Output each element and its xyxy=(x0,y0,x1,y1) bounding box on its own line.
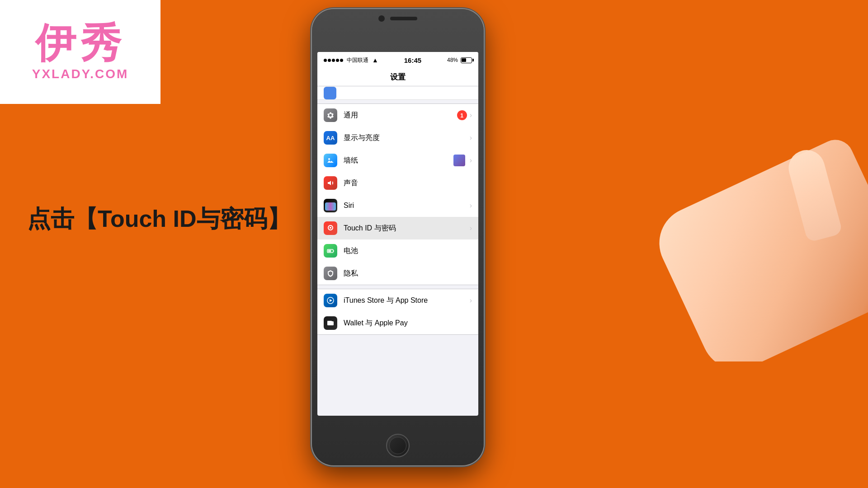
general-chevron: › xyxy=(470,111,472,119)
partial-item[interactable] xyxy=(317,86,478,100)
phone-speaker xyxy=(390,17,417,20)
status-time: 16:45 xyxy=(404,56,421,64)
settings-item-wallet[interactable]: Wallet 与 Apple Pay xyxy=(317,312,478,334)
battery-settings-icon xyxy=(324,244,337,258)
wifi-icon: ▲ xyxy=(372,56,378,64)
display-right: › xyxy=(470,134,472,142)
display-label: 显示与亮度 xyxy=(344,133,470,143)
logo-url: YXLADY.COM xyxy=(32,67,129,81)
home-button[interactable] xyxy=(386,434,410,457)
status-bar: 中国联通 ▲ 16:45 48% xyxy=(317,52,478,68)
settings-item-wallpaper[interactable]: 墙纸 › xyxy=(317,149,478,172)
phone-body: 中国联通 ▲ 16:45 48% 设置 xyxy=(312,9,484,465)
gear-icon xyxy=(324,108,337,122)
signal-dot-4 xyxy=(336,59,339,62)
status-left: 中国联通 ▲ xyxy=(324,56,378,64)
siri-wave xyxy=(325,202,336,211)
phone-camera xyxy=(378,15,385,22)
siri-icon xyxy=(324,199,337,212)
sound-icon xyxy=(324,176,337,190)
itunes-label: iTunes Store 与 App Store xyxy=(344,296,470,305)
wallpaper-chevron: › xyxy=(470,156,472,164)
siri-right: › xyxy=(470,202,472,210)
signal-dot-1 xyxy=(324,59,327,62)
touchid-icon xyxy=(324,221,337,235)
settings-item-siri[interactable]: Siri › xyxy=(317,194,478,217)
itunes-chevron: › xyxy=(470,296,472,305)
display-icon: AA xyxy=(324,131,337,145)
itunes-right: › xyxy=(470,296,472,305)
logo-box: 伊秀 YXLADY.COM xyxy=(0,0,160,104)
partial-icon xyxy=(324,87,336,99)
svg-rect-2 xyxy=(328,250,331,252)
logo-chinese: 伊秀 xyxy=(35,23,126,63)
nav-title: 设置 xyxy=(390,72,406,82)
wallpaper-label: 墙纸 xyxy=(344,156,453,165)
settings-item-sound[interactable]: 声音 xyxy=(317,172,478,194)
settings-group-2: iTunes Store 与 App Store › Wallet 与 Appl… xyxy=(317,289,478,335)
settings-item-touchid[interactable]: Touch ID 与密码 › xyxy=(317,217,478,239)
privacy-icon xyxy=(324,267,337,280)
wallpaper-right: › xyxy=(453,155,472,166)
phone-screen: 中国联通 ▲ 16:45 48% 设置 xyxy=(317,52,478,416)
sound-label: 声音 xyxy=(344,178,472,188)
status-right: 48% xyxy=(447,57,472,63)
settings-item-general[interactable]: 通用 1 › xyxy=(317,104,478,127)
siri-chevron: › xyxy=(470,202,472,210)
general-right: 1 › xyxy=(457,110,472,120)
home-button-inner xyxy=(389,437,406,454)
battery-label: 电池 xyxy=(344,246,472,256)
wallet-label: Wallet 与 Apple Pay xyxy=(344,319,472,328)
signal-dot-5 xyxy=(340,59,343,62)
instruction-text: 点击【Touch ID与密码】 xyxy=(27,203,291,235)
signal-dot-2 xyxy=(328,59,331,62)
general-label: 通用 xyxy=(344,111,457,120)
siri-label: Siri xyxy=(344,202,470,210)
settings-item-privacy[interactable]: 隐私 xyxy=(317,262,478,285)
display-chevron: › xyxy=(470,134,472,142)
nav-bar: 设置 xyxy=(317,68,478,86)
itunes-icon xyxy=(324,294,337,307)
touchid-label: Touch ID 与密码 xyxy=(344,224,470,233)
settings-group-1: 通用 1 › AA 显示与亮度 › xyxy=(317,103,478,285)
wallpaper-icon xyxy=(324,154,337,167)
battery-icon xyxy=(461,57,472,63)
privacy-label: 隐私 xyxy=(344,269,472,278)
svg-rect-6 xyxy=(327,321,332,322)
battery-percent: 48% xyxy=(447,57,458,63)
settings-item-battery[interactable]: 电池 xyxy=(317,239,478,262)
battery-fill xyxy=(462,58,466,62)
touchid-chevron: › xyxy=(470,224,472,232)
svg-rect-3 xyxy=(333,251,334,252)
carrier-text: 中国联通 xyxy=(347,56,368,64)
general-badge: 1 xyxy=(457,110,467,120)
touchid-right: › xyxy=(470,224,472,232)
phone-top-bar xyxy=(378,15,417,22)
phone-container: 中国联通 ▲ 16:45 48% 设置 xyxy=(312,9,488,470)
settings-item-itunes[interactable]: iTunes Store 与 App Store › xyxy=(317,289,478,312)
signal-dot-3 xyxy=(332,59,335,62)
wallpaper-preview-thumbnail xyxy=(453,155,465,166)
signal-dots xyxy=(324,59,343,62)
svg-rect-5 xyxy=(327,321,334,325)
wallet-icon xyxy=(324,316,337,330)
settings-item-display[interactable]: AA 显示与亮度 › xyxy=(317,127,478,149)
svg-point-0 xyxy=(328,158,330,160)
